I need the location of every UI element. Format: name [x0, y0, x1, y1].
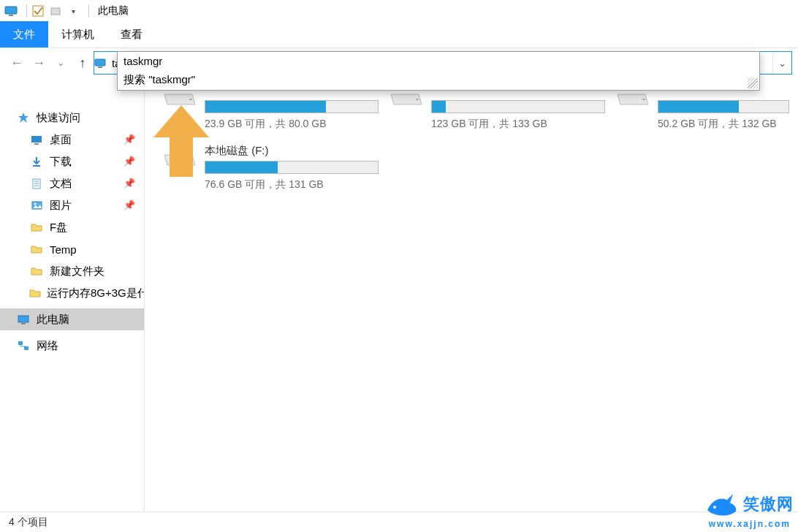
annotation-arrow-icon: [152, 105, 210, 178]
sidebar-item-desktop[interactable]: 桌面 📌: [0, 129, 144, 151]
tab-label: 计算机: [61, 28, 94, 42]
pin-icon: 📌: [123, 200, 135, 210]
qa-checkbox-icon[interactable]: [31, 4, 45, 18]
tab-label: 文件: [13, 28, 35, 42]
sidebar-label: 桌面: [50, 133, 72, 147]
sidebar-label: 下载: [50, 155, 72, 169]
separator: [88, 4, 89, 18]
sidebar-this-pc[interactable]: 此电脑: [0, 308, 144, 330]
sidebar-item-newfolder[interactable]: 新建文件夹: [0, 260, 144, 282]
suggest-text: taskmgr: [123, 55, 162, 67]
folder-icon: [29, 242, 44, 256]
sidebar-item-documents[interactable]: 文档 📌: [0, 172, 144, 194]
this-pc-icon: [16, 312, 31, 327]
svg-rect-20: [21, 323, 26, 324]
chevron-down-icon[interactable]: ⌄: [772, 52, 791, 74]
sidebar-item-downloads[interactable]: 下载 📌: [0, 151, 144, 172]
tab-label: 查看: [121, 28, 142, 42]
svg-marker-8: [153, 105, 209, 177]
content: 本地磁盘 (C:) 23.9 GB 可用，共 80.0 GB 本地磁盘 (D:)…: [145, 77, 798, 512]
address-suggest: taskmgr 搜索 "taskmgr": [117, 51, 760, 91]
svg-point-31: [713, 506, 716, 509]
svg-rect-5: [98, 66, 102, 68]
sidebar-item-temp[interactable]: Temp: [0, 238, 144, 260]
download-icon: [29, 154, 44, 169]
drive-bar: [205, 100, 379, 113]
sidebar-quick-access[interactable]: 快速访问: [0, 107, 144, 129]
sidebar-item-ram[interactable]: 运行内存8G+3G是什: [0, 282, 144, 304]
suggest-item[interactable]: taskmgr: [118, 52, 759, 70]
sidebar-label: 图片: [50, 199, 72, 213]
picture-icon: [29, 198, 44, 213]
drive-stat: 50.2 GB 可用，共 132 GB: [658, 118, 798, 131]
folder-icon: [29, 220, 44, 235]
folder-icon: [29, 286, 41, 300]
sidebar-label: 网络: [37, 339, 58, 353]
drive-bar: [658, 100, 789, 113]
pin-icon: 📌: [123, 156, 135, 167]
ribbon: 文件 计算机 查看: [0, 22, 798, 48]
document-icon: [29, 176, 44, 191]
drive-bar: [431, 100, 605, 113]
tab-file[interactable]: 文件: [0, 21, 48, 48]
svg-marker-9: [18, 113, 28, 123]
status-bar: 4 个项目: [0, 512, 798, 532]
back-button[interactable]: ←: [6, 52, 28, 74]
sidebar-label: 快速访问: [37, 111, 80, 125]
sidebar-label: 此电脑: [37, 313, 69, 327]
svg-rect-11: [34, 143, 39, 145]
svg-point-18: [34, 203, 36, 205]
shark-icon: [704, 490, 740, 519]
watermark-url: www.xajjn.com: [709, 519, 791, 529]
watermark-text: 笑傲网: [743, 493, 794, 515]
drive-stat: 76.6 GB 可用，共 131 GB: [205, 178, 386, 191]
svg-rect-10: [31, 136, 42, 142]
tab-computer[interactable]: 计算机: [48, 21, 107, 48]
svg-point-26: [416, 99, 419, 100]
desktop-icon: [29, 132, 44, 147]
sidebar-network[interactable]: 网络: [0, 335, 144, 357]
svg-rect-12: [33, 165, 40, 167]
svg-point-28: [642, 99, 645, 100]
sidebar-label: F盘: [50, 221, 67, 235]
svg-point-24: [189, 99, 192, 100]
pin-icon: 📌: [123, 178, 135, 189]
sidebar-label: 新建文件夹: [50, 265, 104, 278]
qa-folder-icon[interactable]: [49, 4, 62, 18]
sidebar-item-pictures[interactable]: 图片 📌: [0, 194, 144, 216]
drive-name: 本地磁盘 (F:): [205, 144, 386, 158]
svg-rect-0: [5, 7, 17, 14]
item-count: 4 个项目: [9, 516, 48, 529]
recent-dropdown[interactable]: ⌄: [50, 52, 72, 74]
forward-button[interactable]: →: [28, 52, 50, 74]
separator: [26, 4, 27, 18]
suggest-item[interactable]: 搜索 "taskmgr": [118, 70, 759, 90]
svg-rect-19: [18, 316, 28, 322]
svg-rect-21: [18, 341, 23, 345]
window-title: 此电脑: [98, 4, 129, 18]
sidebar-label: Temp: [50, 243, 77, 256]
app-icon: [4, 4, 18, 18]
up-button[interactable]: ↑: [72, 52, 94, 74]
watermark: 笑傲网 www.xajjn.com: [704, 490, 794, 519]
svg-rect-4: [95, 59, 105, 66]
folder-icon: [29, 264, 44, 278]
drive-stat: 23.9 GB 可用，共 80.0 GB: [205, 118, 386, 131]
titlebar: ▾ 此电脑: [0, 0, 798, 22]
qa-dropdown-icon[interactable]: ▾: [66, 4, 80, 18]
this-pc-icon: [94, 58, 110, 68]
suggest-text: 搜索 "taskmgr": [123, 73, 195, 86]
body: 快速访问 桌面 📌 下载 📌 文档 📌 图片 📌 F盘 Temp: [0, 77, 798, 512]
sidebar: 快速访问 桌面 📌 下载 📌 文档 📌 图片 📌 F盘 Temp: [0, 77, 145, 512]
network-icon: [16, 338, 31, 353]
pin-icon: 📌: [123, 134, 135, 145]
svg-rect-1: [9, 15, 13, 16]
sidebar-item-fdrive[interactable]: F盘: [0, 216, 144, 238]
sidebar-label: 运行内存8G+3G是什: [47, 286, 144, 300]
sidebar-label: 文档: [50, 177, 72, 191]
resize-grip-icon[interactable]: [748, 78, 758, 88]
svg-rect-3: [51, 8, 60, 15]
star-icon: [16, 110, 31, 125]
tab-view[interactable]: 查看: [107, 21, 156, 48]
svg-rect-22: [24, 346, 28, 350]
